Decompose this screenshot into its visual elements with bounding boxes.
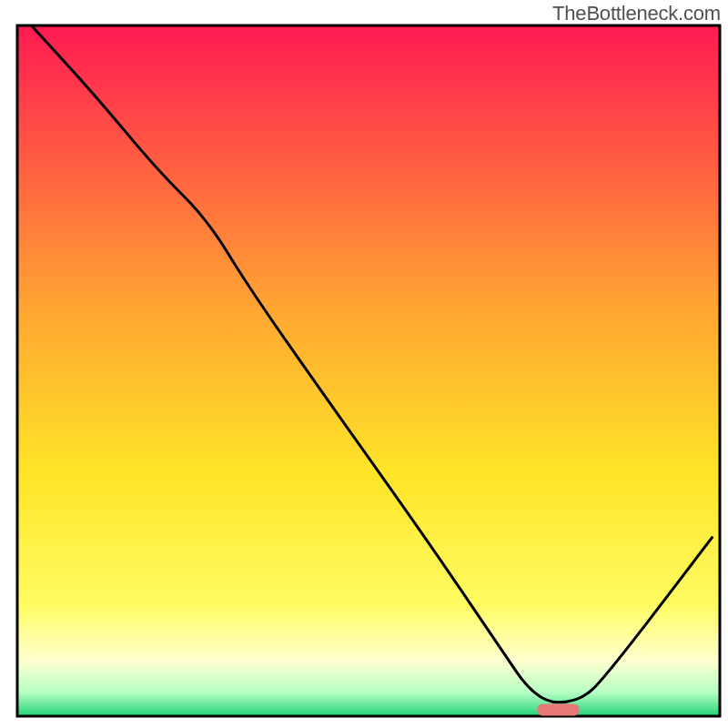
chart-svg [0, 0, 728, 728]
optimal-marker [537, 703, 579, 715]
watermark-text: TheBottleneck.com [552, 2, 721, 25]
chart-container: TheBottleneck.com [0, 0, 728, 728]
